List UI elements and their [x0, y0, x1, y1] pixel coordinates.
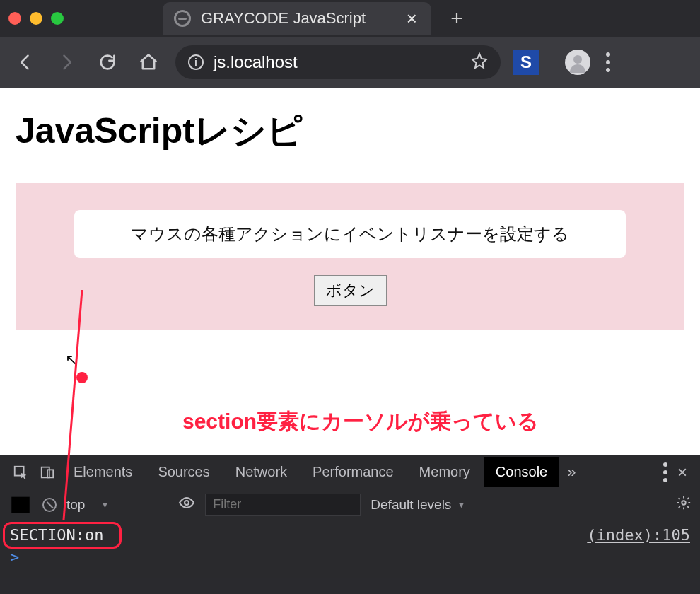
forward-button[interactable]	[52, 48, 81, 76]
demo-section[interactable]: マウスの各種アクションにイベントリスナーを設定する ボタン	[16, 183, 684, 330]
url-text: js.localhost	[214, 52, 298, 72]
extension-badge[interactable]: S	[513, 50, 539, 75]
tab-console[interactable]: Console	[484, 457, 559, 487]
chevron-down-icon: ▼	[100, 500, 109, 510]
window-maximize-button[interactable]	[51, 12, 64, 25]
svg-rect-3	[47, 470, 53, 477]
window-controls	[8, 12, 64, 25]
clear-console-icon[interactable]	[42, 498, 57, 512]
page-viewport: JavaScriptレシピ マウスの各種アクションにイベントリスナーを設定する …	[0, 88, 700, 455]
console-toolbar: top ▼ Default levels ▼	[0, 489, 700, 520]
bookmark-star-icon[interactable]	[471, 52, 488, 72]
cursor-icon: ↖	[65, 351, 78, 369]
context-selector[interactable]: top	[66, 497, 91, 513]
tab-elements[interactable]: Elements	[62, 457, 144, 487]
window-close-button[interactable]	[8, 12, 21, 25]
profile-avatar[interactable]	[565, 50, 590, 75]
console-output: SECTION:on (index):105	[0, 520, 700, 547]
browser-menu-icon[interactable]	[603, 50, 613, 75]
annotation-dot	[76, 372, 88, 383]
address-bar[interactable]: i js.localhost	[175, 45, 501, 79]
console-filter-input[interactable]	[205, 494, 361, 516]
svg-rect-4	[11, 496, 30, 513]
back-button[interactable]	[11, 48, 40, 76]
tab-title: GRAYCODE JavaScript	[201, 9, 366, 28]
home-button[interactable]	[134, 48, 163, 76]
divider	[552, 50, 552, 75]
console-sidebar-toggle-icon[interactable]	[8, 493, 33, 517]
devtools-menu-icon[interactable]	[660, 460, 670, 485]
tabs-overflow-icon[interactable]: »	[561, 463, 581, 482]
site-info-icon[interactable]: i	[188, 54, 204, 70]
svg-point-5	[185, 501, 189, 505]
browser-tab[interactable]: GRAYCODE JavaScript ×	[163, 2, 431, 35]
window-minimize-button[interactable]	[30, 12, 42, 25]
annotation-label: section要素にカーソルが乗っている	[182, 407, 539, 436]
tab-performance[interactable]: Performance	[301, 457, 405, 487]
console-prompt[interactable]: >	[0, 547, 700, 578]
devtools-tabstrip: Elements Sources Network Performance Mem…	[0, 455, 700, 489]
live-expression-icon[interactable]	[178, 494, 195, 515]
chevron-down-icon: ▼	[457, 500, 465, 510]
globe-icon	[174, 10, 191, 27]
tab-memory[interactable]: Memory	[408, 457, 482, 487]
console-source-link[interactable]: (index):105	[587, 526, 690, 544]
devtools-close-icon[interactable]: ×	[673, 462, 692, 482]
annotation-highlight-box	[3, 522, 122, 549]
demo-button[interactable]: ボタン	[314, 275, 387, 306]
inspect-element-icon[interactable]	[8, 465, 33, 480]
tab-sources[interactable]: Sources	[146, 457, 221, 487]
card-text: マウスの各種アクションにイベントリスナーを設定する	[74, 210, 626, 258]
new-tab-button[interactable]: +	[443, 4, 471, 33]
console-settings-icon[interactable]	[676, 495, 692, 514]
svg-rect-2	[42, 467, 49, 477]
reload-button[interactable]	[93, 48, 122, 76]
tab-network[interactable]: Network	[224, 457, 298, 487]
devtools-panel: Elements Sources Network Performance Mem…	[0, 455, 700, 578]
log-levels-selector[interactable]: Default levels ▼	[371, 497, 465, 513]
page-heading: JavaScriptレシピ	[16, 107, 684, 155]
svg-point-6	[682, 501, 686, 505]
device-toolbar-icon[interactable]	[35, 465, 59, 480]
close-tab-icon[interactable]: ×	[407, 9, 417, 28]
